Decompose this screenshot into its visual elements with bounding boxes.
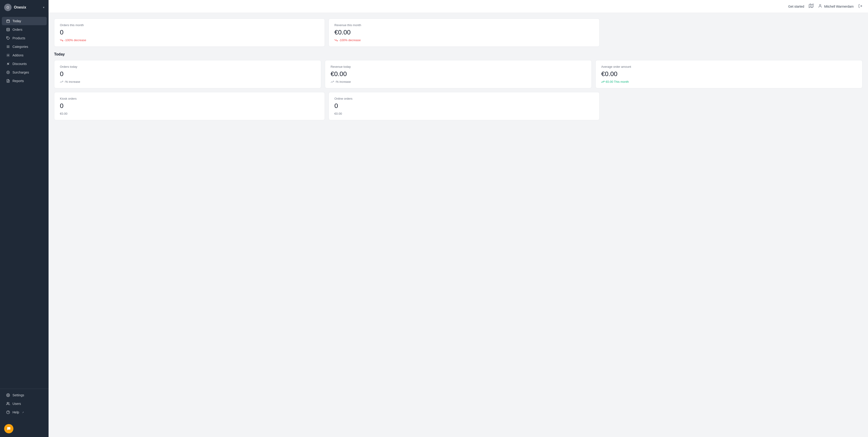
calendar-icon bbox=[6, 19, 10, 23]
orders-today-title: Orders today bbox=[60, 65, 315, 68]
user-name: Mitchell Warmerdam bbox=[824, 5, 854, 8]
main-content: Orders this month 0 -100% decrease Reven… bbox=[49, 13, 868, 437]
sidebar-brand-header[interactable]: O Onesix ▾ bbox=[0, 0, 49, 15]
orders-type-row: Kiosk orders 0 €0.00 Online orders 0 €0.… bbox=[54, 92, 863, 120]
brand-name: Onesix bbox=[14, 5, 41, 9]
kiosk-orders-card: Kiosk orders 0 €0.00 bbox=[54, 92, 325, 120]
logout-icon[interactable] bbox=[858, 4, 863, 9]
svg-rect-0 bbox=[7, 20, 9, 23]
svg-point-13 bbox=[8, 64, 9, 65]
orders-this-month-value: 0 bbox=[60, 29, 319, 36]
get-started-link[interactable]: Get started bbox=[788, 5, 804, 8]
sidebar-bottom: Settings Users Help ↗ bbox=[0, 389, 49, 420]
sidebar-item-categories[interactable]: Categories bbox=[2, 42, 47, 51]
users-icon bbox=[6, 402, 10, 406]
svg-point-11 bbox=[8, 55, 8, 56]
orders-this-month-trend: -100% decrease bbox=[60, 38, 319, 42]
top-header: Get started Mitchell Warmerdam bbox=[49, 0, 868, 13]
revenue-today-card: Revenue today €0.00 -% increase bbox=[325, 60, 592, 88]
products-icon bbox=[6, 36, 10, 40]
sidebar-item-users-label: Users bbox=[12, 402, 21, 406]
sidebar-item-users[interactable]: Users bbox=[2, 400, 47, 408]
sidebar-item-orders-label: Orders bbox=[12, 28, 23, 31]
sidebar-item-products-label: Products bbox=[12, 36, 25, 40]
revenue-this-month-card: Revenue this month €0.00 -100% decrease bbox=[329, 19, 599, 47]
reports-icon bbox=[6, 79, 10, 83]
sidebar-item-help[interactable]: Help ↗ bbox=[2, 408, 47, 416]
sidebar-item-orders[interactable]: Orders bbox=[2, 25, 47, 34]
monthly-spacer bbox=[603, 19, 863, 47]
kiosk-orders-title: Kiosk orders bbox=[60, 97, 319, 100]
brand-avatar: O bbox=[4, 4, 11, 11]
chat-button[interactable] bbox=[4, 424, 13, 433]
sidebar-item-products[interactable]: Products bbox=[2, 34, 47, 42]
orders-this-month-title: Orders this month bbox=[60, 23, 319, 27]
online-orders-card: Online orders 0 €0.00 bbox=[329, 92, 599, 120]
monthly-cards-row: Orders this month 0 -100% decrease Reven… bbox=[54, 19, 863, 47]
sidebar-item-addons-label: Addons bbox=[12, 54, 23, 57]
sidebar-item-today[interactable]: Today bbox=[2, 17, 47, 25]
kiosk-orders-sub: €0.00 bbox=[60, 112, 319, 115]
settings-icon bbox=[6, 393, 10, 397]
addons-icon bbox=[6, 53, 10, 57]
main-area: Get started Mitchell Warmerdam Orders th… bbox=[49, 0, 868, 437]
online-orders-sub: €0.00 bbox=[334, 112, 593, 115]
chevron-down-icon: ▾ bbox=[43, 6, 44, 9]
svg-point-21 bbox=[7, 402, 8, 403]
sidebar-item-categories-label: Categories bbox=[12, 45, 28, 49]
map-icon[interactable] bbox=[809, 3, 813, 9]
average-order-card: Average order amount €0.00 €0.00 This mo… bbox=[595, 60, 863, 88]
kiosk-orders-value: 0 bbox=[60, 102, 319, 110]
help-icon bbox=[6, 410, 10, 414]
svg-point-20 bbox=[8, 395, 8, 396]
sidebar-item-surcharges[interactable]: Surcharges bbox=[2, 68, 47, 76]
orders-today-trend: -% increase bbox=[60, 80, 315, 84]
online-orders-title: Online orders bbox=[334, 97, 593, 100]
svg-point-7 bbox=[7, 37, 8, 38]
sidebar-nav: Today Orders Products Categories Addons bbox=[0, 15, 49, 389]
revenue-this-month-title: Revenue this month bbox=[334, 23, 593, 27]
svg-point-12 bbox=[7, 63, 8, 64]
revenue-today-title: Revenue today bbox=[331, 65, 586, 68]
average-order-trend: €0.00 This month bbox=[601, 80, 857, 84]
user-menu[interactable]: Mitchell Warmerdam bbox=[818, 4, 854, 9]
sidebar-item-today-label: Today bbox=[12, 19, 21, 23]
orders-icon bbox=[6, 28, 10, 32]
user-icon bbox=[818, 4, 822, 9]
sidebar-item-surcharges-label: Surcharges bbox=[12, 70, 29, 74]
svg-point-27 bbox=[819, 4, 821, 6]
average-order-value: €0.00 bbox=[601, 70, 857, 78]
sidebar: O Onesix ▾ Today Orders Products bbox=[0, 0, 49, 437]
svg-marker-24 bbox=[809, 4, 813, 8]
categories-icon bbox=[6, 44, 10, 49]
sidebar-item-settings[interactable]: Settings bbox=[2, 391, 47, 399]
sidebar-item-discounts[interactable]: Discounts bbox=[2, 60, 47, 68]
sidebar-item-addons[interactable]: Addons bbox=[2, 51, 47, 59]
orders-this-month-card: Orders this month 0 -100% decrease bbox=[54, 19, 325, 47]
today-cards-row: Orders today 0 -% increase Revenue today… bbox=[54, 60, 863, 88]
revenue-today-value: €0.00 bbox=[331, 70, 586, 78]
revenue-this-month-trend: -100% decrease bbox=[334, 38, 593, 42]
sidebar-item-help-label: Help bbox=[12, 410, 19, 414]
revenue-today-trend: -% increase bbox=[331, 80, 586, 84]
external-link-icon: ↗ bbox=[22, 411, 24, 414]
sidebar-item-settings-label: Settings bbox=[12, 393, 24, 397]
sidebar-item-discounts-label: Discounts bbox=[12, 62, 27, 66]
svg-rect-4 bbox=[7, 28, 9, 31]
today-section-title: Today bbox=[54, 52, 863, 56]
revenue-this-month-value: €0.00 bbox=[334, 29, 593, 36]
sidebar-item-reports[interactable]: Reports bbox=[2, 77, 47, 85]
online-orders-value: 0 bbox=[334, 102, 593, 110]
orders-today-value: 0 bbox=[60, 70, 315, 78]
discounts-icon bbox=[6, 62, 10, 66]
sidebar-item-reports-label: Reports bbox=[12, 79, 24, 83]
orders-today-card: Orders today 0 -% increase bbox=[54, 60, 321, 88]
surcharges-icon bbox=[6, 70, 10, 74]
average-order-title: Average order amount bbox=[601, 65, 857, 68]
orders-type-spacer bbox=[603, 92, 863, 120]
